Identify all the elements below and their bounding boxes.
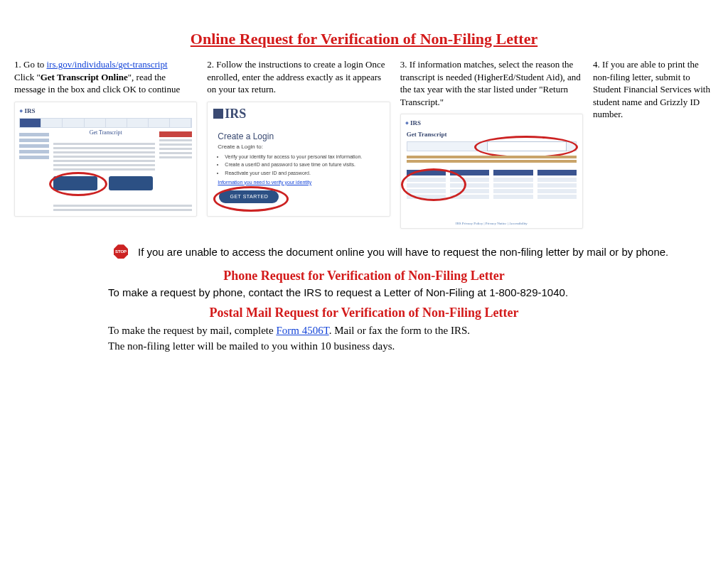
step-2-text: 2. Follow the instructions to create a l… xyxy=(207,59,385,94)
mail-text-1: To make the request by mail, complete xyxy=(108,325,276,336)
stop-message: If you are unable to access the document… xyxy=(138,246,668,258)
page: Online Request for Verification of Non-F… xyxy=(0,0,728,562)
login-bullets: Verify your identity for access to your … xyxy=(225,152,362,178)
mail-text-2: The non-filing letter will be mailed to … xyxy=(108,340,395,352)
irs-logo: IRS xyxy=(19,107,35,115)
screenshot-select-reason: IRS Get Transcript IRS Privacy Policy | … xyxy=(400,114,583,229)
step-1: 1. Go to irs.gov/individuals/get-transcr… xyxy=(14,58,197,229)
step-3: 3. If information matches, select the re… xyxy=(400,58,583,229)
page-title: Online Request for Verification of Non-F… xyxy=(14,30,714,48)
footer-text xyxy=(53,202,192,213)
step-2: 2. Follow the instructions to create a l… xyxy=(207,58,390,229)
phone-section: Phone Request for Verification of Non-Fi… xyxy=(108,269,620,298)
bullet: Reactivate your user ID and password. xyxy=(225,170,362,176)
highlight-circle-icon xyxy=(401,168,466,201)
steps-row: 1. Go to irs.gov/individuals/get-transcr… xyxy=(14,58,714,229)
screenshot-create-login: IRS Create a Login Create a Login to: Ve… xyxy=(207,102,390,217)
bullet: Create a userID and password to save tim… xyxy=(225,161,362,168)
sidebar xyxy=(19,131,49,161)
transcript-link[interactable]: irs.gov/individuals/get-transcript xyxy=(47,59,168,70)
screenshot-irs-get-transcript: IRS Get Transcript xyxy=(14,102,197,217)
mail-heading: Postal Mail Request for Verification of … xyxy=(108,306,620,320)
thumb-title: Get Transcript xyxy=(90,129,122,137)
phone-text: To make a request by phone, contact the … xyxy=(108,286,620,298)
mail-text-1b: . Mail or fax the form to the IRS. xyxy=(329,325,470,336)
create-login-sub: Create a Login to: xyxy=(218,144,263,151)
step-1-text: 1. Go to xyxy=(14,59,47,70)
thumb-footer: IRS Privacy Policy | Privacy Notice | Ac… xyxy=(401,222,582,227)
irs-logo: IRS xyxy=(405,119,421,127)
bullet: Verify your identity for access to your … xyxy=(225,153,362,160)
mail-section: Postal Mail Request for Verification of … xyxy=(108,306,620,355)
right-box xyxy=(159,129,192,161)
message xyxy=(407,154,577,164)
thumb-heading: Get Transcript xyxy=(407,130,447,139)
highlight-circle-icon xyxy=(213,186,289,212)
eagle-icon xyxy=(213,109,223,119)
step-3-text: 3. If information matches, select the re… xyxy=(400,59,581,107)
step-4: 4. If you are able to print the non-fili… xyxy=(593,58,714,229)
body-text xyxy=(53,141,155,173)
mail-text: To make the request by mail, complete Fo… xyxy=(108,323,620,355)
form-4506t-link[interactable]: Form 4506T xyxy=(276,325,328,336)
stop-sign-icon: STOP xyxy=(114,244,128,259)
stop-row: STOP If you are unable to access the doc… xyxy=(114,244,714,259)
step-1-click-1: Click " xyxy=(14,72,41,82)
create-login-heading: Create a Login xyxy=(218,131,274,142)
step-1-bold: Get Transcript Online xyxy=(41,72,128,82)
phone-heading: Phone Request for Verification of Non-Fi… xyxy=(108,269,620,283)
get-transcript-mail-button xyxy=(109,176,153,190)
nav-tabs xyxy=(19,118,192,128)
irs-logo: IRS xyxy=(213,105,246,122)
highlight-circle-icon xyxy=(49,172,107,196)
step-4-text: 4. If you are able to print the non-fili… xyxy=(593,59,710,119)
verify-identity-link: Information you need to verify your iden… xyxy=(218,179,311,185)
